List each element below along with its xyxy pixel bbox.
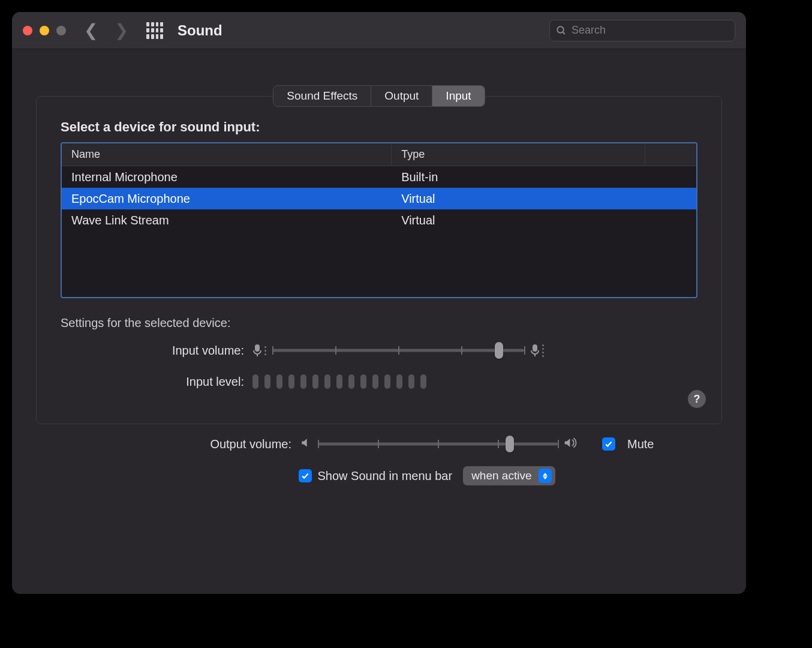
sound-preferences-window: ❮ ❯ Sound Sound Effects Output Input Sel… [12, 12, 746, 594]
tab-bar: Sound Effects Output Input [273, 85, 485, 107]
nav-arrows: ❮ ❯ [84, 22, 128, 39]
search-field[interactable] [549, 20, 735, 41]
menu-mode-popup[interactable]: when active [463, 466, 555, 485]
menu-mode-value: when active [471, 469, 531, 482]
device-row[interactable]: EpocCam Microphone Virtual [62, 188, 696, 209]
show-menu-label: Show Sound in menu bar [318, 469, 453, 483]
input-level-label: Input level: [61, 375, 252, 389]
device-select-heading: Select a device for sound input: [61, 119, 697, 135]
zoom-button[interactable] [56, 26, 66, 35]
column-header-name[interactable]: Name [62, 143, 392, 166]
input-panel: Select a device for sound input: Name Ty… [36, 96, 722, 424]
device-type: Built-in [392, 166, 645, 188]
footer-controls: Output volume: [36, 424, 722, 485]
device-name: Internal Microphone [62, 166, 392, 188]
mute-label: Mute [627, 437, 654, 451]
search-icon [556, 25, 567, 36]
svg-rect-2 [255, 344, 260, 352]
tab-sound-effects[interactable]: Sound Effects [273, 86, 371, 106]
device-settings-heading: Settings for the selected device: [61, 316, 697, 330]
input-volume-slider[interactable] [272, 343, 524, 358]
mic-low-icon [252, 343, 266, 358]
back-button[interactable]: ❮ [84, 22, 98, 39]
speaker-low-icon [300, 437, 312, 451]
show-menu-checkbox[interactable] [299, 469, 312, 482]
window-title: Sound [178, 22, 222, 39]
output-volume-slider[interactable] [318, 437, 558, 451]
device-type: Virtual [392, 188, 645, 209]
search-input[interactable] [572, 24, 729, 37]
minimize-button[interactable] [40, 26, 49, 35]
output-volume-label: Output volume: [60, 437, 300, 451]
device-row[interactable]: Wave Link Stream Virtual [62, 209, 696, 231]
tab-input[interactable]: Input [432, 86, 484, 106]
svg-point-0 [557, 26, 564, 33]
device-table-header: Name Type [62, 143, 696, 166]
slider-thumb[interactable] [495, 342, 503, 359]
column-header-type[interactable]: Type [392, 143, 645, 166]
show-all-button[interactable] [146, 22, 163, 39]
forward-button[interactable]: ❯ [115, 22, 128, 39]
slider-thumb[interactable] [506, 436, 514, 452]
device-name: Wave Link Stream [62, 209, 392, 231]
input-level-meter [252, 374, 426, 389]
svg-rect-4 [533, 344, 537, 352]
traffic-lights [23, 26, 66, 35]
device-type: Virtual [392, 209, 645, 231]
popup-arrows-icon [539, 469, 552, 483]
titlebar: ❮ ❯ Sound [12, 12, 746, 49]
device-row[interactable]: Internal Microphone Built-in [62, 166, 696, 188]
close-button[interactable] [23, 26, 32, 35]
mic-high-icon [530, 343, 544, 358]
speaker-high-icon [564, 436, 579, 452]
tab-output[interactable]: Output [371, 86, 432, 106]
device-table[interactable]: Name Type Internal Microphone Built-in E… [61, 142, 697, 298]
help-button[interactable]: ? [688, 390, 706, 408]
svg-line-1 [563, 32, 565, 34]
device-name: EpocCam Microphone [62, 188, 392, 209]
mute-checkbox[interactable] [602, 437, 615, 451]
input-volume-label: Input volume: [61, 344, 252, 358]
